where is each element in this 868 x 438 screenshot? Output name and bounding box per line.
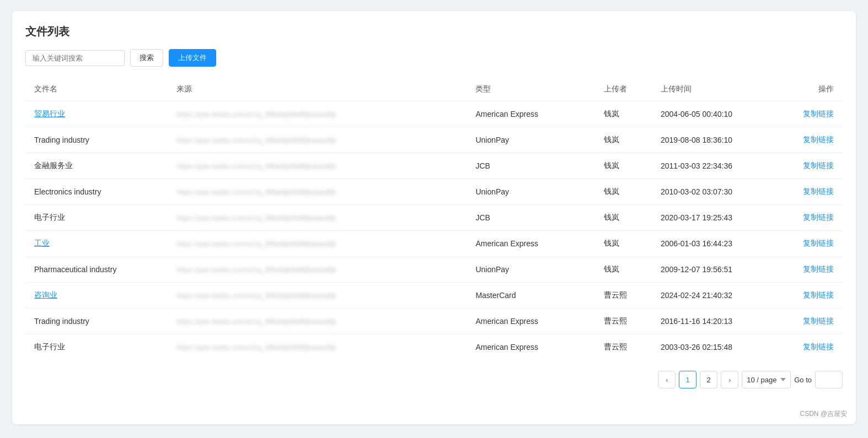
file-name-link[interactable]: 工业 [34, 239, 50, 247]
uploader: 钱岚 [595, 127, 652, 153]
upload-time: 2004-06-05 00:40:10 [652, 101, 780, 127]
file-type: JCB [467, 153, 594, 179]
file-type: American Express [467, 231, 594, 257]
uploader: 钱岚 [595, 101, 652, 127]
page-title: 文件列表 [25, 24, 843, 39]
search-button[interactable]: 搜索 [130, 49, 163, 67]
col-header-uploader: 上传者 [595, 78, 652, 101]
file-name: Trading industry [25, 309, 168, 334]
file-type: UnionPay [467, 179, 594, 205]
col-header-source: 来源 [168, 78, 467, 101]
table-row: Trading industryhttps://pan.baidu.com/s/… [25, 127, 843, 153]
file-name: 金融服务业 [25, 153, 168, 179]
table-row: 电子行业https://pan.baidu.com/s/1q_9f8afdjkl… [25, 205, 843, 231]
copy-link-button[interactable]: 复制链接 [803, 187, 834, 196]
file-name: Electronics industry [25, 179, 168, 205]
copy-link-button[interactable]: 复制链接 [803, 135, 834, 144]
table-row: Pharmaceutical industryhttps://pan.baidu… [25, 257, 843, 283]
table-row: Trading industryhttps://pan.baidu.com/s/… [25, 309, 843, 334]
file-name-link[interactable]: 贸易行业 [34, 109, 65, 118]
upload-time: 2016-11-16 14:20:13 [652, 309, 780, 334]
upload-button[interactable]: 上传文件 [169, 49, 216, 67]
search-input[interactable] [25, 50, 125, 66]
uploader: 钱岚 [595, 231, 652, 257]
source-url: https://pan.baidu.com/s/1q_9f8afdjkl9d8f… [176, 240, 336, 248]
table-row: 金融服务业https://pan.baidu.com/s/1q_9f8afdjk… [25, 153, 843, 179]
upload-time: 2003-03-26 02:15:48 [652, 334, 780, 360]
col-header-action: 操作 [780, 78, 843, 101]
table-row: 咨询业https://pan.baidu.com/s/1q_9f8afdjkl9… [25, 283, 843, 309]
file-type: UnionPay [467, 127, 594, 153]
upload-time: 2024-02-24 21:40:32 [652, 283, 780, 309]
file-name-link[interactable]: 咨询业 [34, 290, 57, 299]
source-url: https://pan.baidu.com/s/1q_9f8afdjkl9d8f… [176, 188, 336, 196]
pagination: ‹ 1 2 › 10 / page 20 / page 50 / page Go… [25, 371, 843, 388]
uploader: 钱岚 [595, 257, 652, 283]
copy-link-button[interactable]: 复制链接 [803, 109, 834, 118]
copy-link-button[interactable]: 复制链接 [803, 290, 834, 299]
upload-time: 2011-03-03 22:34:36 [652, 153, 780, 179]
source-url: https://pan.baidu.com/s/1q_9f8afdjkl9d8f… [176, 137, 336, 144]
upload-time: 2010-03-02 03:07:30 [652, 179, 780, 205]
col-header-type: 类型 [467, 78, 594, 101]
col-header-filename: 文件名 [25, 78, 168, 101]
copy-link-button[interactable]: 复制链接 [803, 213, 834, 221]
file-type: JCB [467, 205, 594, 231]
uploader: 钱岚 [595, 153, 652, 179]
table-row: 电子行业https://pan.baidu.com/s/1q_9f8afdjkl… [25, 334, 843, 360]
source-url: https://pan.baidu.com/s/1q_9f8afdjkl9d8f… [176, 214, 336, 222]
file-name: Pharmaceutical industry [25, 257, 168, 283]
source-url: https://pan.baidu.com/s/1q_9f8afdjkl9d8f… [176, 111, 336, 118]
toolbar: 搜索 上传文件 [25, 49, 843, 67]
upload-time: 2009-12-07 19:56:51 [652, 257, 780, 283]
copy-link-button[interactable]: 复制链接 [803, 264, 834, 273]
upload-time: 2019-08-08 18:36:10 [652, 127, 780, 153]
source-url: https://pan.baidu.com/s/1q_9f8afdjkl9d8f… [176, 344, 336, 352]
copy-link-button[interactable]: 复制链接 [803, 161, 834, 170]
file-type: American Express [467, 309, 594, 334]
source-url: https://pan.baidu.com/s/1q_9f8afdjkl9d8f… [176, 163, 336, 170]
uploader: 曹云熙 [595, 309, 652, 334]
page-1-button[interactable]: 1 [679, 371, 696, 388]
page-2-button[interactable]: 2 [700, 371, 717, 388]
file-name: Trading industry [25, 127, 168, 153]
upload-time: 2020-03-17 19:25:43 [652, 205, 780, 231]
upload-time: 2006-01-03 16:44:23 [652, 231, 780, 257]
copy-link-button[interactable]: 复制链接 [803, 342, 834, 351]
file-type: American Express [467, 101, 594, 127]
source-url: https://pan.baidu.com/s/1q_9f8afdjkl9d8f… [176, 266, 336, 274]
main-container: 文件列表 搜索 上传文件 文件名 来源 类型 上传者 上传时间 操作 贸易行业h… [12, 11, 856, 424]
uploader: 钱岚 [595, 205, 652, 231]
source-url: https://pan.baidu.com/s/1q_9f8afdjkl9d8f… [176, 318, 336, 326]
file-table: 文件名 来源 类型 上传者 上传时间 操作 贸易行业https://pan.ba… [25, 78, 843, 360]
watermark: CSDN @吉屋安 [800, 409, 847, 419]
table-row: Electronics industryhttps://pan.baidu.co… [25, 179, 843, 205]
col-header-time: 上传时间 [652, 78, 780, 101]
table-row: 工业https://pan.baidu.com/s/1q_9f8afdjkl9d… [25, 231, 843, 257]
file-type: UnionPay [467, 257, 594, 283]
uploader: 曹云熙 [595, 334, 652, 360]
goto-input[interactable] [815, 371, 843, 388]
prev-page-button[interactable]: ‹ [658, 371, 676, 388]
copy-link-button[interactable]: 复制链接 [803, 316, 834, 325]
file-name: 电子行业 [25, 205, 168, 231]
goto-label: Go to [794, 376, 812, 384]
uploader: 曹云熙 [595, 283, 652, 309]
table-row: 贸易行业https://pan.baidu.com/s/1q_9f8afdjkl… [25, 101, 843, 127]
file-name: 电子行业 [25, 334, 168, 360]
source-url: https://pan.baidu.com/s/1q_9f8afdjkl9d8f… [176, 292, 336, 300]
uploader: 钱岚 [595, 179, 652, 205]
file-type: American Express [467, 334, 594, 360]
page-size-select[interactable]: 10 / page 20 / page 50 / page [742, 371, 791, 388]
file-type: MasterCard [467, 283, 594, 309]
copy-link-button[interactable]: 复制链接 [803, 239, 834, 247]
next-page-button[interactable]: › [721, 371, 738, 388]
